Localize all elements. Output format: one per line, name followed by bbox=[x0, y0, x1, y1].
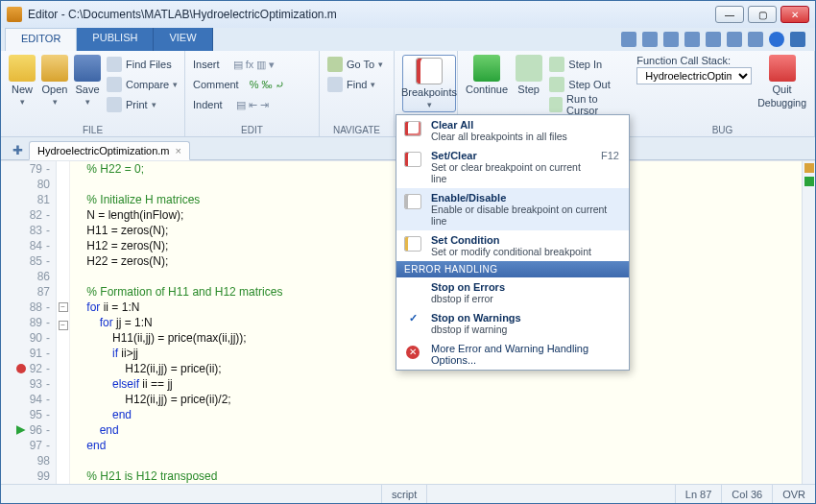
run-to-cursor-button[interactable]: Run to Cursor bbox=[549, 95, 623, 114]
breakpoints-dropdown-menu: Clear AllClear all breakpoints in all fi… bbox=[396, 114, 630, 371]
menu-more-options[interactable]: ✕ More Error and Warning Handling Option… bbox=[396, 339, 629, 370]
more-options-icon: ✕ bbox=[402, 343, 423, 362]
group-file-label: FILE bbox=[9, 123, 177, 135]
goto-button[interactable]: Go To ▾ bbox=[327, 55, 386, 74]
tab-editor[interactable]: EDITOR bbox=[5, 28, 77, 51]
qat-icon[interactable] bbox=[663, 32, 679, 47]
app-icon bbox=[7, 7, 22, 22]
group-bug-label: BUG bbox=[638, 123, 806, 135]
qat-help-icon[interactable] bbox=[769, 32, 784, 47]
menu-set-condition[interactable]: Set ConditionSet or modify conditional b… bbox=[396, 230, 629, 261]
menu-clear-all[interactable]: Clear AllClear all breakpoints in all fi… bbox=[396, 115, 629, 146]
checkmark-icon: ✓ bbox=[402, 312, 423, 324]
insert-button[interactable]: Insert ▤ fx ▥ ▾ bbox=[193, 55, 311, 74]
menu-stop-on-errors[interactable]: Stop on Errorsdbstop if error bbox=[396, 277, 629, 308]
find-files-button[interactable]: Find Files bbox=[107, 55, 178, 74]
indent-button[interactable]: Indent ▤ ⇤ ⇥ bbox=[193, 95, 311, 114]
file-tab-label: HydroelectricOptimization.m bbox=[37, 145, 170, 156]
close-button[interactable]: ✕ bbox=[780, 6, 809, 23]
close-file-tab-icon[interactable]: × bbox=[176, 145, 181, 156]
step-out-button[interactable]: Step Out bbox=[549, 75, 623, 94]
find-button[interactable]: Find ▾ bbox=[327, 75, 386, 94]
step-button[interactable]: Step bbox=[514, 55, 543, 95]
continue-button[interactable]: Continue bbox=[466, 55, 508, 95]
quick-access-toolbar bbox=[621, 32, 811, 47]
window-title: Editor - C:\Documents\MATLAB\Hydroelectr… bbox=[28, 8, 709, 21]
menu-enable-disable[interactable]: Enable/DisableEnable or disable breakpoi… bbox=[396, 188, 629, 230]
compare-button[interactable]: Compare ▾ bbox=[107, 75, 178, 94]
open-button[interactable]: Open▾ bbox=[41, 55, 68, 107]
ribbon-tabs: EDITOR PUBLISH VIEW bbox=[5, 28, 213, 51]
menu-section-error-handling: ERROR HANDLING bbox=[396, 261, 629, 277]
add-file-tab-button[interactable]: ✚ bbox=[7, 141, 29, 159]
group-navigate-label: NAVIGATE bbox=[327, 123, 386, 135]
overview-ruler[interactable] bbox=[802, 161, 815, 484]
function-call-stack-label: Function Call Stack: bbox=[636, 55, 752, 66]
group-edit-label: EDIT bbox=[193, 123, 311, 135]
status-col: Col 36 bbox=[721, 485, 772, 503]
enable-disable-icon bbox=[402, 192, 423, 211]
qat-icon[interactable] bbox=[706, 32, 721, 47]
breakpoints-button[interactable]: Breakpoints▾ bbox=[402, 55, 456, 112]
quit-debugging-button[interactable]: QuitDebugging bbox=[757, 55, 806, 108]
comment-button[interactable]: Comment % ‰ ⤾ bbox=[193, 75, 311, 94]
new-button[interactable]: New▾ bbox=[9, 55, 36, 107]
qat-icon[interactable] bbox=[727, 32, 742, 47]
set-clear-icon bbox=[402, 150, 423, 169]
save-button[interactable]: Save▾ bbox=[74, 55, 101, 107]
qat-icon[interactable] bbox=[621, 32, 636, 47]
status-line: Ln 87 bbox=[675, 485, 722, 503]
print-button[interactable]: Print ▾ bbox=[107, 95, 178, 114]
status-type: script bbox=[381, 485, 426, 503]
status-ovr: OVR bbox=[772, 485, 815, 503]
qat-icon[interactable] bbox=[684, 32, 700, 47]
clear-all-icon bbox=[402, 119, 423, 138]
tab-publish[interactable]: PUBLISH bbox=[77, 28, 154, 51]
condition-icon bbox=[402, 234, 423, 253]
menu-set-clear[interactable]: Set/ClearSet or clear breakpoint on curr… bbox=[396, 146, 629, 188]
menu-shortcut: F12 bbox=[601, 150, 623, 161]
qat-minimize-ribbon-icon[interactable] bbox=[790, 32, 805, 47]
minimize-button[interactable]: — bbox=[715, 6, 744, 23]
title-bar: Editor - C:\Documents\MATLAB\Hydroelectr… bbox=[1, 1, 815, 28]
step-in-button[interactable]: Step In bbox=[549, 55, 623, 74]
maximize-button[interactable]: ▢ bbox=[748, 6, 777, 23]
file-tab[interactable]: HydroelectricOptimization.m × bbox=[29, 141, 190, 160]
function-call-stack-select[interactable]: HydroelectricOptimiz... bbox=[636, 67, 752, 84]
qat-icon[interactable] bbox=[748, 32, 763, 47]
menu-stop-on-warnings[interactable]: ✓ Stop on Warningsdbstop if warning bbox=[396, 308, 629, 339]
tab-view[interactable]: VIEW bbox=[154, 28, 212, 51]
line-number-gutter[interactable]: 79 -808182 -83 -84 -85 -868788 -89 -90 -… bbox=[1, 161, 57, 484]
fold-column[interactable]: −− bbox=[57, 161, 70, 484]
status-bar: script Ln 87 Col 36 OVR bbox=[1, 484, 815, 503]
qat-icon[interactable] bbox=[642, 32, 658, 47]
